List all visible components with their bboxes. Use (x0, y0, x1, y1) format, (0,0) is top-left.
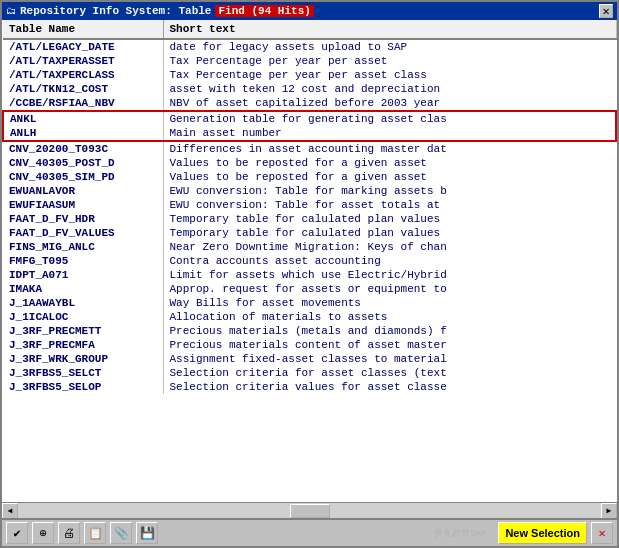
cell-table-name: FAAT_D_FV_HDR (3, 212, 163, 226)
cell-short-text: Way Bills for asset movements (163, 296, 616, 310)
cell-table-name: EWUANLAVOR (3, 184, 163, 198)
cell-table-name: FINS_MIG_ANLC (3, 240, 163, 254)
cell-short-text: Allocation of materials to assets (163, 310, 616, 324)
table-row[interactable]: /ATL/LEGACY_DATEdate for legacy assets u… (3, 39, 616, 54)
table-row[interactable]: FINS_MIG_ANLCNear Zero Downtime Migratio… (3, 240, 616, 254)
cell-table-name: /ATL/TAXPERASSET (3, 54, 163, 68)
cell-table-name: /ATL/TAXPERCLASS (3, 68, 163, 82)
horizontal-scrollbar[interactable]: ◀ ▶ (2, 502, 617, 518)
table-scroll[interactable]: Table Name Short text /ATL/LEGACY_DATEda… (2, 20, 617, 502)
status-spacer: 罗克西哥SAP (162, 527, 494, 540)
title-close-button[interactable]: ✕ (599, 4, 613, 18)
cell-short-text: date for legacy assets upload to SAP (163, 39, 616, 54)
table-row[interactable]: ANLHMain asset number (3, 126, 616, 141)
cell-short-text: Precious materials content of asset mast… (163, 338, 616, 352)
cell-table-name: CNV_40305_POST_D (3, 156, 163, 170)
scroll-left-button[interactable]: ◀ (2, 503, 18, 519)
cell-table-name: CNV_20200_T093C (3, 141, 163, 156)
table-row[interactable]: J_3RF_WRK_GROUPAssignment fixed-asset cl… (3, 352, 616, 366)
close-button[interactable]: ✕ (591, 522, 613, 544)
table-row[interactable]: J_3RFBS5_SELCTSelection criteria for ass… (3, 366, 616, 380)
table-row[interactable]: /ATL/TAXPERASSETTax Percentage per year … (3, 54, 616, 68)
cell-table-name: J_3RFBS5_SELCT (3, 366, 163, 380)
cell-short-text: Approp. request for assets or equipment … (163, 282, 616, 296)
cell-table-name: J_3RFBS5_SELOP (3, 380, 163, 394)
cell-short-text: Differences in asset accounting master d… (163, 141, 616, 156)
cell-short-text: Values to be reposted for a given asset (163, 156, 616, 170)
cell-short-text: Limit for assets which use Electric/Hybr… (163, 268, 616, 282)
table-row[interactable]: J_1AAWAYBLWay Bills for asset movements (3, 296, 616, 310)
scroll-thumb[interactable] (290, 504, 330, 518)
table-row[interactable]: EWUANLAVOREWU conversion: Table for mark… (3, 184, 616, 198)
table-row[interactable]: EWUFIAASUMEWU conversion: Table for asse… (3, 198, 616, 212)
cell-short-text: Main asset number (163, 126, 616, 141)
cell-short-text: EWU conversion: Table for marking assets… (163, 184, 616, 198)
col-header-short-text: Short text (163, 20, 616, 39)
cell-short-text: Tax Percentage per year per asset (163, 54, 616, 68)
cell-table-name: /ATL/TKN12_COST (3, 82, 163, 96)
title-bar: 🗂 Repository Info System: Table Find (94… (2, 2, 617, 20)
cell-table-name: J_1AAWAYBL (3, 296, 163, 310)
cell-short-text: Assignment fixed-asset classes to materi… (163, 352, 616, 366)
cell-table-name: J_3RF_PRECMFA (3, 338, 163, 352)
cell-short-text: EWU conversion: Table for asset totals a… (163, 198, 616, 212)
table-header-row: Table Name Short text (3, 20, 616, 39)
table-row[interactable]: J_3RF_PRECMETTPrecious materials (metals… (3, 324, 616, 338)
table-row[interactable]: FMFG_T095Contra accounts asset accountin… (3, 254, 616, 268)
status-icon-print[interactable]: 🖨 (58, 522, 80, 544)
table-row[interactable]: IMAKAApprop. request for assets or equip… (3, 282, 616, 296)
table-row[interactable]: /ATL/TKN12_COSTasset with teken 12 cost … (3, 82, 616, 96)
title-prefix: Repository Info System: Table (20, 5, 211, 17)
title-bar-left: 🗂 Repository Info System: Table Find (94… (6, 5, 314, 17)
cell-short-text: Selection criteria values for asset clas… (163, 380, 616, 394)
table-row[interactable]: FAAT_D_FV_HDRTemporary table for calulat… (3, 212, 616, 226)
table-row[interactable]: CNV_40305_SIM_PDValues to be reposted fo… (3, 170, 616, 184)
scroll-right-button[interactable]: ▶ (601, 503, 617, 519)
cell-table-name: CNV_40305_SIM_PD (3, 170, 163, 184)
cell-short-text: Selection criteria for asset classes (te… (163, 366, 616, 380)
cell-table-name: /CCBE/RSFIAA_NBV (3, 96, 163, 111)
table-row[interactable]: /CCBE/RSFIAA_NBVNBV of asset capitalized… (3, 96, 616, 111)
table-row[interactable]: FAAT_D_FV_VALUESTemporary table for calu… (3, 226, 616, 240)
cell-table-name: EWUFIAASUM (3, 198, 163, 212)
table-row[interactable]: J_1ICALOCAllocation of materials to asse… (3, 310, 616, 324)
main-window: 🗂 Repository Info System: Table Find (94… (0, 0, 619, 548)
status-icon-check[interactable]: ✔ (6, 522, 28, 544)
table-row[interactable]: ANKLGeneration table for generating asse… (3, 111, 616, 126)
status-icon-attach[interactable]: 📎 (110, 522, 132, 544)
table-row[interactable]: J_3RF_PRECMFAPrecious materials content … (3, 338, 616, 352)
table-row[interactable]: J_3RFBS5_SELOPSelection criteria values … (3, 380, 616, 394)
cell-short-text: Values to be reposted for a given asset (163, 170, 616, 184)
cell-table-name: IMAKA (3, 282, 163, 296)
cell-table-name: J_3RF_WRK_GROUP (3, 352, 163, 366)
cell-table-name: /ATL/LEGACY_DATE (3, 39, 163, 54)
table-row[interactable]: IDPT_A071Limit for assets which use Elec… (3, 268, 616, 282)
table-wrapper: Table Name Short text /ATL/LEGACY_DATEda… (2, 20, 617, 502)
status-icon-clipboard[interactable]: 📋 (84, 522, 106, 544)
cell-short-text: Generation table for generating asset cl… (163, 111, 616, 126)
cell-short-text: Tax Percentage per year per asset class (163, 68, 616, 82)
content-area: Table Name Short text /ATL/LEGACY_DATEda… (2, 20, 617, 518)
table-row[interactable]: CNV_40305_POST_DValues to be reposted fo… (3, 156, 616, 170)
cell-table-name: ANKL (3, 111, 163, 126)
cell-short-text: Temporary table for calulated plan value… (163, 226, 616, 240)
cell-table-name: ANLH (3, 126, 163, 141)
table-row[interactable]: CNV_20200_T093CDifferences in asset acco… (3, 141, 616, 156)
results-table: Table Name Short text /ATL/LEGACY_DATEda… (2, 20, 617, 394)
cell-short-text: NBV of asset capitalized before 2003 yea… (163, 96, 616, 111)
cell-table-name: FAAT_D_FV_VALUES (3, 226, 163, 240)
status-icon-save[interactable]: 💾 (136, 522, 158, 544)
col-header-table-name: Table Name (3, 20, 163, 39)
cell-table-name: J_1ICALOC (3, 310, 163, 324)
title-highlight: Find (94 Hits) (215, 5, 313, 17)
new-selection-button[interactable]: New Selection (498, 522, 587, 544)
table-row[interactable]: /ATL/TAXPERCLASSTax Percentage per year … (3, 68, 616, 82)
cell-table-name: J_3RF_PRECMETT (3, 324, 163, 338)
table-body: /ATL/LEGACY_DATEdate for legacy assets u… (3, 39, 616, 394)
status-icon-add[interactable]: ⊕ (32, 522, 54, 544)
status-bar: ✔ ⊕ 🖨 📋 📎 💾 罗克西哥SAP New Selection ✕ (2, 518, 617, 546)
watermark-text: 罗克西哥SAP (434, 527, 486, 540)
cell-short-text: asset with teken 12 cost and depreciatio… (163, 82, 616, 96)
cell-short-text: Temporary table for calulated plan value… (163, 212, 616, 226)
scroll-track[interactable] (18, 503, 601, 519)
